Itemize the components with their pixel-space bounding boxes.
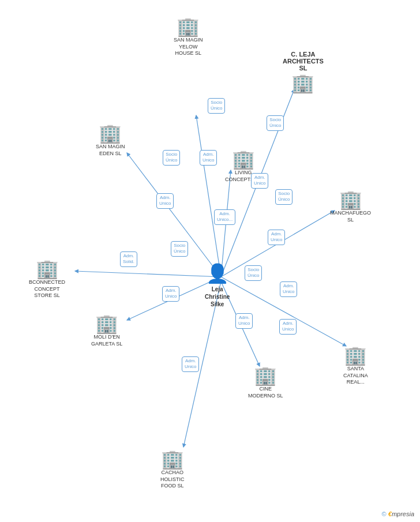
role-badge-r8[interactable]: SocioÚnico	[275, 189, 292, 205]
building-icon-c7: 🏢	[95, 314, 118, 333]
svg-line-2	[127, 153, 221, 277]
company-node-c1[interactable]: 🏢 SAN MAGINYELOWHOUSE SL	[174, 17, 203, 57]
role-badge-r6[interactable]: Adm.Unico...	[214, 209, 235, 225]
building-icon-c5: 🏢	[339, 190, 362, 209]
role-badge-r4[interactable]: Adm.Unico	[200, 150, 217, 166]
company-node-c3[interactable]: 🏢 SAN MAGINEDEN SL	[96, 124, 125, 157]
role-badge-r17[interactable]: Adm.Unico	[279, 319, 297, 335]
role-badge-r1[interactable]: SocioÚnico	[208, 98, 225, 114]
company-node-c2[interactable]: C. LEJAARCHITECTSSL 🏢	[283, 51, 324, 92]
company-node-c9[interactable]: 🏢 SANTACATALINAREAL...	[343, 346, 368, 386]
svg-line-5	[75, 271, 221, 277]
brand-name: mpresia	[392, 510, 414, 517]
building-icon-c1: 🏢	[177, 17, 200, 36]
company-label-c8: CINEMODERNO SL	[248, 386, 283, 399]
company-node-c10[interactable]: 🏢 CACHAOHOLISTICFOOD SL	[160, 450, 185, 490]
role-badge-r13[interactable]: SocioÚnico	[245, 265, 262, 281]
center-person-node[interactable]: 👤 Leja Christine Silke	[205, 262, 230, 308]
building-icon-c10: 🏢	[161, 450, 184, 468]
role-badge-r3[interactable]: SocioÚnico	[163, 150, 180, 166]
role-badge-r14[interactable]: Adm.Unico	[280, 281, 297, 297]
role-badge-r11[interactable]: Adm.Solid.	[120, 251, 137, 267]
role-badge-r10[interactable]: SocioÚnico	[171, 241, 188, 257]
role-badge-r5[interactable]: Adm.Unico	[251, 173, 268, 189]
role-badge-r2[interactable]: SocioÚnico	[267, 115, 284, 131]
company-node-c7[interactable]: 🏢 MOLI D'ENGARLETA SL	[91, 314, 122, 347]
svg-line-0	[196, 115, 221, 277]
role-badge-r9[interactable]: Adm.Unico	[268, 230, 285, 245]
person-icon: 👤	[206, 262, 229, 284]
copyright-symbol: ©	[382, 510, 387, 517]
building-icon-c9: 🏢	[344, 346, 367, 365]
role-badge-r16[interactable]: Adm.Unico	[182, 356, 199, 372]
company-node-c6[interactable]: 🏢 BCONNECTEDCONCEPTSTORE SL	[29, 260, 65, 299]
building-icon-c2: 🏢	[291, 74, 314, 92]
role-badge-r15[interactable]: Adm.Unico	[235, 313, 253, 329]
company-label-c5: MANCHAFUEGOSL	[330, 210, 371, 223]
center-person-label: Leja Christine Silke	[205, 286, 230, 308]
company-node-c8[interactable]: 🏢 CINEMODERNO SL	[248, 366, 283, 399]
company-label-c10: CACHAOHOLISTICFOOD SL	[160, 470, 185, 490]
building-icon-c4: 🏢	[232, 150, 255, 168]
building-icon-c3: 🏢	[99, 124, 122, 142]
company-label-c1: SAN MAGINYELOWHOUSE SL	[174, 37, 203, 57]
company-title-c2: C. LEJAARCHITECTSSL	[283, 51, 324, 72]
company-label-c7: MOLI D'ENGARLETA SL	[91, 334, 122, 347]
company-label-c6: BCONNECTEDCONCEPTSTORE SL	[29, 279, 65, 299]
building-icon-c8: 🏢	[254, 366, 277, 385]
company-label-c3: SAN MAGINEDEN SL	[96, 144, 125, 157]
building-icon-c6: 🏢	[36, 260, 59, 278]
role-badge-r12[interactable]: Adm.Unico	[162, 286, 179, 302]
company-label-c9: SANTACATALINAREAL...	[343, 366, 368, 386]
network-canvas: 👤 Leja Christine Silke 🏢 SAN MAGINYELOWH…	[0, 0, 420, 522]
watermark: © €mpresia	[382, 510, 414, 517]
role-badge-r7[interactable]: Adm.Unico	[156, 193, 174, 209]
company-node-c5[interactable]: 🏢 MANCHAFUEGOSL	[330, 190, 371, 223]
